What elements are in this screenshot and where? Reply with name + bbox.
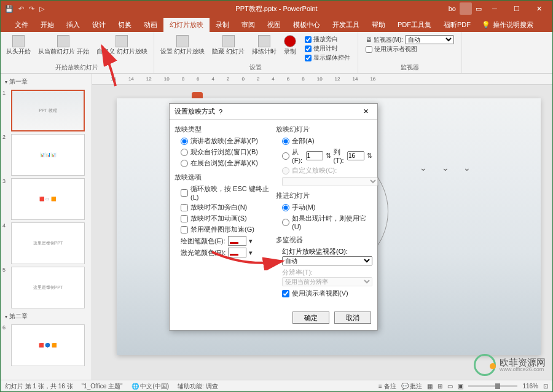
tab-foxit[interactable]: 福昕PDF bbox=[437, 18, 477, 32]
check-no-narration[interactable]: 放映时不加旁白(N) bbox=[181, 203, 271, 212]
tab-devtools[interactable]: 开发工具 bbox=[326, 18, 366, 32]
rehearse-icon bbox=[258, 35, 270, 47]
tab-transitions[interactable]: 切换 bbox=[112, 18, 138, 32]
tellme-search[interactable]: 操作说明搜索 bbox=[493, 20, 533, 29]
tab-home[interactable]: 开始 bbox=[34, 18, 60, 32]
radio-manual[interactable]: 手动(M) bbox=[282, 203, 372, 212]
slide-thumb-4[interactable]: 4这里是举例PPT bbox=[2, 222, 89, 264]
from-beginning-button[interactable]: 从头开始 bbox=[4, 34, 33, 56]
setup-icon bbox=[176, 35, 189, 47]
hide-slide-button[interactable]: 隐藏 幻灯片 bbox=[210, 34, 247, 63]
tab-slideshow[interactable]: 幻灯片放映 bbox=[163, 18, 210, 32]
radio-from-to[interactable]: 从(F):⇅ 到(T):⇅ bbox=[282, 147, 372, 164]
narration-checkbox[interactable]: 播放旁白 bbox=[305, 35, 350, 44]
zoom-slider[interactable] bbox=[468, 385, 517, 387]
monitor-label: 幻灯片放映监视器(O): bbox=[282, 247, 372, 256]
slide-thumb-2[interactable]: 2📊📊📊 bbox=[2, 134, 89, 176]
pen-color-picker[interactable] bbox=[228, 236, 246, 246]
slide-thumb-5[interactable]: 5这里是举例PPT bbox=[2, 267, 89, 308]
view-reading-icon[interactable]: ▭ bbox=[447, 383, 453, 390]
group-start: 开始放映幻灯片 bbox=[55, 63, 98, 73]
section-header-2[interactable]: 第二章 bbox=[2, 311, 89, 322]
minimize-button[interactable]: ─ bbox=[485, 0, 504, 17]
check-loop-esc[interactable]: 循环放映，按 ESC 键终止(L) bbox=[181, 184, 271, 201]
slide-thumb-6[interactable]: 6🟥 🔵 🟧 bbox=[2, 324, 89, 366]
group-setup: 设置 bbox=[249, 63, 262, 73]
media-checkbox[interactable]: 显示媒体控件 bbox=[305, 53, 350, 62]
monitor-icon: 🖥 bbox=[366, 36, 372, 43]
status-accessibility[interactable]: 辅助功能: 调查 bbox=[178, 382, 218, 391]
multi-monitor-legend: 多监视器 bbox=[276, 235, 372, 245]
tab-template[interactable]: 模板中心 bbox=[287, 18, 326, 32]
fit-to-window-icon[interactable]: ⊡ bbox=[543, 383, 548, 390]
from-input[interactable] bbox=[306, 151, 323, 160]
monitor-dropdown[interactable]: 自动 bbox=[282, 256, 372, 265]
from-current-button[interactable]: 从当前幻灯片 开始 bbox=[36, 34, 92, 56]
setup-slideshow-button[interactable]: 设置 幻灯片放映 bbox=[158, 34, 208, 63]
close-button[interactable]: ✕ bbox=[530, 0, 548, 17]
dialog-close-button[interactable]: ✕ bbox=[359, 108, 372, 116]
record-button[interactable]: 录制 bbox=[281, 34, 299, 63]
check-presenter-view[interactable]: 使用演示者视图(V) bbox=[282, 289, 372, 298]
radio-kiosk[interactable]: 在展台浏览(全屏幕)(K) bbox=[181, 159, 271, 168]
undo-icon[interactable]: ↶ bbox=[18, 5, 24, 13]
check-no-animation[interactable]: 放映时不加动画(S) bbox=[181, 214, 271, 223]
view-slideshow-icon[interactable]: ▣ bbox=[458, 383, 463, 390]
tab-review[interactable]: 审阅 bbox=[235, 18, 261, 32]
slide-thumb-1[interactable]: 1PPT 教程 bbox=[2, 90, 89, 131]
tab-file[interactable]: 文件 bbox=[9, 18, 34, 32]
notes-toggle[interactable]: ≡ 备注 bbox=[378, 382, 396, 391]
radio-timings[interactable]: 如果出现计时，则使用它(U) bbox=[282, 214, 372, 230]
watermark-logo-icon bbox=[474, 354, 496, 376]
watermark: 欧菲资源网www.office26.com bbox=[474, 354, 546, 376]
comments-toggle[interactable]: 💬 批注 bbox=[401, 382, 423, 391]
tab-pdftools[interactable]: PDF工具集 bbox=[391, 18, 437, 32]
zoom-value[interactable]: 116% bbox=[522, 383, 538, 390]
custom-show-icon bbox=[116, 35, 128, 47]
maximize-button[interactable]: ☐ bbox=[508, 0, 526, 17]
check-hw-accel[interactable]: 禁用硬件图形加速(G) bbox=[181, 225, 271, 234]
tab-insert[interactable]: 插入 bbox=[60, 18, 86, 32]
rehearse-button[interactable]: 排练计时 bbox=[249, 34, 279, 63]
monitor-select[interactable]: 自动 bbox=[405, 35, 454, 44]
tab-record[interactable]: 录制 bbox=[210, 18, 235, 32]
section-header-1[interactable]: 第一章 bbox=[2, 76, 89, 87]
redo-icon[interactable]: ↷ bbox=[29, 5, 34, 13]
ok-button[interactable]: 确定 bbox=[292, 312, 329, 324]
play-current-icon bbox=[57, 35, 69, 47]
tab-view[interactable]: 视图 bbox=[261, 18, 287, 32]
ribbon-options-icon[interactable]: ▭ bbox=[476, 5, 482, 13]
start-show-icon[interactable]: ▷ bbox=[39, 5, 44, 13]
timings-checkbox[interactable]: 使用计时 bbox=[305, 44, 350, 53]
status-slide-info: 幻灯片 第 1 张，共 16 张 bbox=[5, 382, 73, 391]
slide-thumb-3[interactable]: 3🟥 ▭ 🟧 bbox=[2, 178, 89, 220]
status-lang[interactable]: 🌐 中文(中国) bbox=[131, 382, 169, 391]
radio-all-slides[interactable]: 全部(A) bbox=[282, 136, 372, 146]
cancel-button[interactable]: 取消 bbox=[334, 312, 371, 324]
window-title: PPT教程.pptx - PowerPoint bbox=[235, 4, 317, 14]
play-icon bbox=[12, 35, 25, 47]
radio-browsed-window[interactable]: 观众自行浏览(窗口)(B) bbox=[181, 147, 271, 157]
resolution-label: 分辨率(T): bbox=[282, 268, 372, 277]
view-normal-icon[interactable]: ▦ bbox=[427, 383, 433, 390]
user-avatar[interactable] bbox=[460, 2, 472, 15]
record-icon bbox=[284, 35, 296, 47]
presenter-view-checkbox[interactable]: 使用演示者视图 bbox=[366, 45, 454, 53]
birds-decoration: ⌄ ⌄ ⌄ bbox=[420, 163, 477, 173]
monitor-select-label: 🖥监视器(M):自动 bbox=[366, 35, 454, 44]
radio-presenter-full[interactable]: 演讲者放映(全屏幕)(P) bbox=[181, 136, 271, 146]
custom-show-button[interactable]: 自定义 幻灯片放映 bbox=[94, 34, 150, 56]
laser-color-picker[interactable] bbox=[228, 248, 246, 257]
view-sorter-icon[interactable]: ⊞ bbox=[437, 383, 442, 390]
tab-animations[interactable]: 动画 bbox=[138, 18, 163, 32]
save-icon[interactable]: 💾 bbox=[5, 5, 14, 13]
radio-custom-show[interactable]: 自定义放映(C): bbox=[282, 166, 372, 175]
slide-panel[interactable]: 第一章 1PPT 教程 2📊📊📊 3🟥 ▭ 🟧 4这里是举例PPT 5这里是举例… bbox=[0, 74, 92, 380]
to-input[interactable] bbox=[347, 151, 364, 160]
tab-design[interactable]: 设计 bbox=[86, 18, 112, 32]
tab-help[interactable]: 帮助 bbox=[366, 18, 391, 32]
resolution-dropdown: 使用当前分辨率 bbox=[282, 277, 372, 286]
dialog-help-button[interactable]: ? bbox=[215, 108, 226, 116]
show-type-legend: 放映类型 bbox=[175, 125, 271, 134]
horizontal-ruler: 1614121086420246810121416 bbox=[92, 74, 553, 85]
